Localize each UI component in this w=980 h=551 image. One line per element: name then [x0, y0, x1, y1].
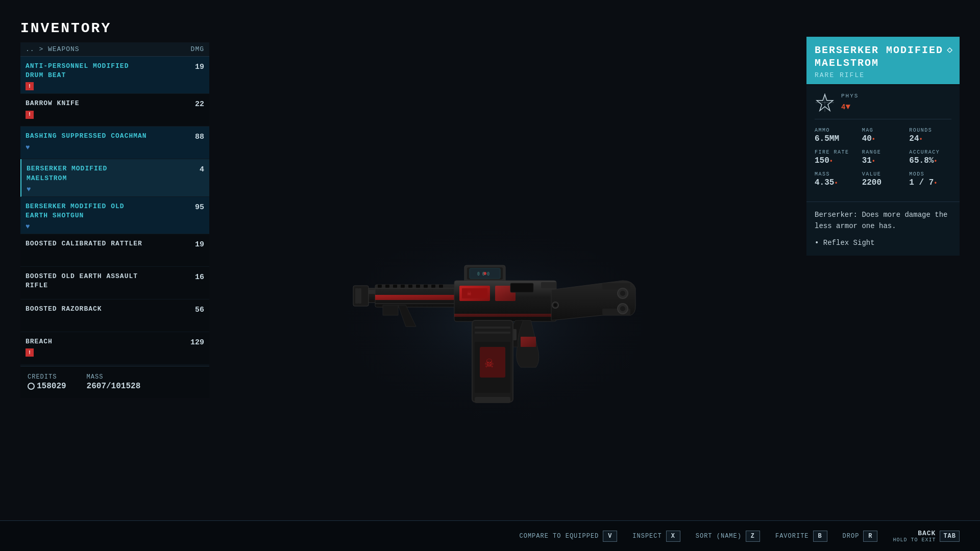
weapon-item[interactable]: BOOSTED CALIBRATED RATTLER19	[20, 234, 209, 267]
key-action: SORT (NAME)Z	[696, 531, 760, 542]
svg-rect-33	[521, 337, 536, 347]
svg-rect-5	[358, 288, 361, 304]
stat-label: MODS	[909, 171, 951, 177]
credits-value: 158029	[28, 382, 66, 391]
key-btn[interactable]: B	[813, 531, 827, 542]
stat-label: MASS	[815, 171, 857, 177]
stat-value: 65.8%•	[909, 156, 951, 165]
svg-rect-32	[510, 283, 533, 292]
favorite-heart-icon: ♥	[26, 143, 30, 152]
stat-block: VALUE2200	[862, 171, 904, 187]
alert-badge: !	[26, 111, 34, 119]
weapon-item[interactable]: BERSERKER MODIFIED OLD EARTH SHOTGUN♥95	[20, 197, 209, 234]
weapon-item[interactable]: BASHING SUPPRESSED COACHMAN♥88	[20, 127, 209, 159]
action-label: FAVORITE	[775, 533, 809, 540]
stat-block: AMMO6.5MM	[815, 128, 857, 143]
stat-block: ACCURACY65.8%•	[909, 149, 951, 165]
detail-description: Berserker: Does more damage the less arm…	[806, 202, 960, 256]
stat-value: 1 / 7•	[909, 178, 951, 187]
key-btn[interactable]: X	[666, 531, 680, 542]
stat-block: MODS1 / 7•	[909, 171, 951, 187]
svg-text:☠: ☠	[485, 354, 494, 371]
detail-item-name: BERSERKER MODIFIED MAELSTROM	[815, 44, 951, 69]
detail-item-type: RARE RIFLE	[815, 71, 951, 79]
weapon-item[interactable]: BREACH!129	[20, 332, 209, 365]
weapon-name: BOOSTED RAZORBACK	[26, 305, 148, 314]
weapon-item[interactable]: BERSERKER MODIFIED MAELSTROM♥4	[20, 159, 209, 196]
stat-value: 6.5MM	[815, 134, 857, 143]
stat-label: ROUNDS	[909, 128, 951, 133]
inventory-title: INVENTORY	[20, 20, 209, 36]
weapon-name: BOOSTED CALIBRATED RATTLER	[26, 239, 148, 248]
svg-text:☠: ☠	[467, 289, 472, 297]
alert-badge: !	[26, 348, 34, 357]
key-btn[interactable]: V	[603, 531, 617, 542]
svg-rect-47	[475, 397, 510, 403]
svg-rect-35	[602, 283, 630, 289]
weapon-item[interactable]: BOOSTED RAZORBACK56	[20, 299, 209, 332]
svg-rect-4	[355, 288, 358, 304]
weapon-name: ANTI-PERSONNEL MODIFIED DRUM BEAT	[26, 62, 148, 80]
stat-block: MASS4.35•	[815, 171, 857, 187]
mod-item: • Reflex Sight	[815, 237, 951, 248]
svg-rect-11	[393, 285, 397, 288]
key-btn[interactable]: Z	[746, 531, 760, 542]
stat-block: MAG40•	[862, 128, 904, 143]
weapon-dmg: 19	[184, 62, 204, 71]
back-sublabel: HOLD TO EXIT	[893, 537, 936, 543]
credits-label: CREDITS	[28, 373, 66, 381]
weapon-name: BERSERKER MODIFIED OLD EARTH SHOTGUN	[26, 202, 148, 220]
back-label-block: BACKHOLD TO EXIT	[893, 530, 936, 543]
alert-badge: !	[26, 82, 34, 90]
stat-label: FIRE RATE	[815, 149, 857, 155]
weapon-list: ANTI-PERSONNEL MODIFIED DRUM BEAT!19BARR…	[20, 57, 209, 366]
back-key-btn[interactable]: TAB	[940, 531, 960, 542]
phys-icon	[815, 92, 835, 113]
key-btn[interactable]: R	[863, 531, 877, 542]
weapon-name: BASHING SUPPRESSED COACHMAN	[26, 132, 148, 141]
svg-point-39	[620, 291, 625, 296]
breadcrumb: .. > WEAPONS	[26, 45, 80, 53]
weapon-name: BOOSTED OLD EARTH ASSAULT RIFLE	[26, 272, 148, 290]
action-label: DROP	[843, 533, 860, 540]
credits-icon	[28, 383, 35, 390]
bottom-bar: COMPARE TO EQUIPPEDVINSPECTXSORT (NAME)Z…	[0, 520, 980, 551]
stat-value: 31•	[862, 156, 904, 165]
stat-value: 150•	[815, 156, 857, 165]
weapon-item[interactable]: ANTI-PERSONNEL MODIFIED DRUM BEAT!19	[20, 57, 209, 94]
svg-rect-48	[454, 314, 551, 317]
svg-rect-18	[375, 295, 457, 300]
gun-display: 0 0 0 ☠	[194, 102, 796, 500]
svg-text:0 0 0: 0 0 0	[477, 272, 489, 277]
stat-label: RANGE	[862, 149, 904, 155]
back-label: BACK	[893, 530, 936, 537]
stat-value: 4.35•	[815, 178, 857, 187]
svg-rect-10	[385, 285, 389, 288]
key-action: DROPR	[843, 531, 878, 542]
stat-label: ACCURACY	[909, 149, 951, 155]
svg-rect-43	[475, 332, 510, 334]
inventory-footer: CREDITS 158029 MASS 2607/101528	[20, 366, 209, 398]
svg-rect-13	[408, 285, 412, 288]
dmg-header: DMG	[191, 45, 204, 53]
svg-rect-16	[431, 285, 435, 288]
svg-point-40	[620, 306, 625, 311]
favorite-heart-icon: ♥	[27, 185, 31, 193]
key-action: INSPECTX	[632, 531, 680, 542]
stat-block: RANGE31•	[862, 149, 904, 165]
action-label: INSPECT	[632, 533, 662, 540]
stat-label: VALUE	[862, 171, 904, 177]
weapon-item[interactable]: BARROW KNIFE!22	[20, 94, 209, 127]
stats-grid: AMMO6.5MMMAG40•ROUNDS24•FIRE RATE150•RAN…	[815, 128, 951, 187]
favorite-heart-icon: ♥	[26, 222, 30, 231]
weapon-item[interactable]: BOOSTED OLD EARTH ASSAULT RIFLE16	[20, 267, 209, 299]
detail-panel: BERSERKER MODIFIED MAELSTROM RARE RIFLE …	[806, 37, 960, 256]
credits-block: CREDITS 158029	[28, 373, 66, 391]
svg-rect-29	[462, 288, 487, 298]
stat-value: 2200	[862, 178, 904, 187]
svg-rect-17	[439, 285, 443, 288]
svg-rect-42	[475, 327, 510, 329]
action-label: COMPARE TO EQUIPPED	[519, 533, 599, 540]
back-action: BACKHOLD TO EXITTAB	[893, 530, 960, 543]
phys-row: PHYS 4▼	[815, 92, 951, 119]
